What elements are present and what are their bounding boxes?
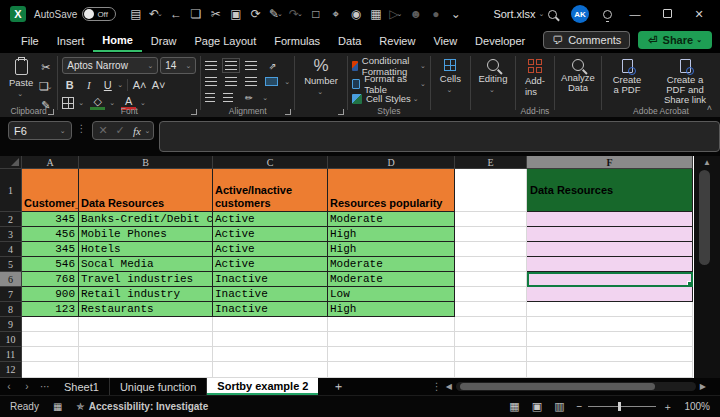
merge-center-icon[interactable] [265, 77, 278, 86]
tab-insert[interactable]: Insert [48, 31, 94, 51]
row-header-7[interactable]: 7 [0, 287, 22, 302]
cell-a3[interactable]: 456 [22, 227, 79, 242]
sync-icon[interactable]: ⟳ [246, 4, 265, 24]
select-cells-icon[interactable]: ▦ [366, 4, 385, 24]
cells-button[interactable]: Cells ⌄ [435, 57, 466, 96]
align-middle-icon[interactable] [225, 61, 237, 70]
cell-e6[interactable] [455, 272, 527, 287]
cell-e5[interactable] [455, 257, 527, 272]
cell-e1[interactable] [455, 169, 527, 212]
align-bottom-icon[interactable] [245, 61, 257, 70]
cell-a1[interactable]: Customer_ [22, 169, 79, 212]
cell-b5[interactable]: Socal Media [79, 257, 213, 272]
cell-d4[interactable]: High [328, 242, 455, 257]
increase-font-button[interactable]: A˄ [132, 77, 147, 92]
cell-f1[interactable]: Data Resources [527, 169, 693, 212]
minimize-button[interactable]: — [626, 8, 644, 20]
cell-styles-button[interactable]: Cell Styles ⌄ [352, 93, 419, 104]
macro-record-icon[interactable]: ▦ [53, 401, 62, 412]
vertical-scrollbar[interactable]: ▲ [694, 156, 720, 378]
wrap-text-icon[interactable]: ✏ [241, 90, 256, 105]
cell-e4[interactable] [455, 242, 527, 257]
zoom-out-button[interactable]: − [577, 401, 583, 412]
cell-d7[interactable]: Low [328, 287, 455, 302]
scroll-left-icon[interactable]: ◀ [446, 382, 452, 391]
format-painter-icon[interactable]: ✎⌄ [266, 4, 285, 24]
cell-c8[interactable]: Inactive [213, 302, 328, 317]
row-header-10[interactable]: 10 [0, 332, 22, 347]
underline-button[interactable]: U [100, 77, 115, 92]
decrease-font-button[interactable]: A˅ [151, 77, 166, 92]
collapse-ribbon-chevron[interactable]: ˄ [707, 103, 712, 113]
record-circle-icon[interactable]: ● [426, 4, 445, 24]
pin-icon[interactable]: ⌖ [326, 4, 345, 24]
undo-icon[interactable]: ↶⌄ [146, 4, 165, 24]
horizontal-scroll-track[interactable] [456, 382, 696, 391]
cell-d1[interactable]: Resources popularity [328, 169, 455, 212]
row-header-4[interactable]: 4 [0, 242, 22, 257]
analyze-data-button[interactable]: Analyze Data [556, 57, 600, 95]
cell-c6[interactable]: Inactive [213, 272, 328, 287]
format-as-table-button[interactable]: Format as Table ⌄ [352, 75, 426, 92]
cell-f7[interactable] [527, 287, 693, 302]
conditional-formatting-button[interactable]: Conditional Formatting ⌄ [352, 57, 426, 74]
row-header-11[interactable]: 11 [0, 347, 22, 362]
number-format-button[interactable]: % Number ⌄ [299, 57, 343, 98]
tab-developer[interactable]: Developer [466, 31, 534, 51]
copy-icon[interactable]: ❏ [186, 4, 205, 24]
page-layout-view-icon[interactable]: ▣ [532, 400, 542, 413]
cell-b3[interactable]: Mobile Phones [79, 227, 213, 242]
align-left-icon[interactable] [205, 77, 217, 86]
cell-e8[interactable] [455, 302, 527, 317]
autosave-control[interactable]: AutoSave Off [34, 7, 116, 21]
align-center-icon[interactable] [225, 77, 237, 86]
font-size-select[interactable]: 14 ⌄ [160, 57, 196, 74]
cell-d5[interactable]: Moderate [328, 257, 455, 272]
redo-icon[interactable]: ↷⌄ [286, 4, 305, 24]
sheet-tab-sheet1[interactable]: Sheet1 [54, 378, 110, 395]
cell-b1[interactable]: Data Resources [79, 169, 213, 212]
add-sheet-button[interactable]: ＋ [332, 378, 344, 395]
tab-draw[interactable]: Draw [142, 31, 186, 51]
new-file-icon[interactable]: □ [306, 4, 325, 24]
cell-f3[interactable] [527, 227, 693, 242]
cell-a5[interactable]: 546 [22, 257, 79, 272]
align-right-icon[interactable] [245, 77, 257, 86]
italic-button[interactable]: I [81, 77, 96, 92]
cell-d2[interactable]: Moderate [328, 212, 455, 227]
tab-formulas[interactable]: Formulas [265, 31, 329, 51]
save-icon[interactable]: ▤ [126, 4, 145, 24]
cell-f4[interactable] [527, 242, 693, 257]
scroll-right-icon[interactable]: ▶ [700, 382, 706, 391]
cell-c1[interactable]: Active/Inactive customers [213, 169, 328, 212]
tab-home[interactable]: Home [93, 30, 142, 52]
orientation-icon[interactable]: ⇗ [265, 58, 280, 73]
zoom-in-button[interactable]: ＋ [662, 400, 672, 414]
tab-review[interactable]: Review [370, 31, 424, 51]
sheet-tab-sortby-example-2[interactable]: Sortby example 2 [207, 378, 318, 395]
back-arrow-icon[interactable]: ← [166, 4, 185, 24]
row-header-9[interactable]: 9 [0, 317, 22, 332]
avatar[interactable]: AK [571, 5, 589, 23]
cell-a7[interactable]: 900 [22, 287, 79, 302]
play-macro-icon[interactable]: ▷⌄ [386, 4, 405, 24]
row-header-2[interactable]: 2 [0, 212, 22, 227]
zoom-level[interactable]: 100% [684, 401, 710, 412]
col-header-a[interactable]: A [22, 156, 79, 169]
cell-a8[interactable]: 123 [22, 302, 79, 317]
row-header-12[interactable]: 12 [0, 362, 22, 378]
cell-c2[interactable]: Active [213, 212, 328, 227]
tab-view[interactable]: View [424, 31, 466, 51]
number-dialog-launcher[interactable] [338, 109, 344, 115]
cell-b2[interactable]: Banks-Credit/Debit car [79, 212, 213, 227]
horizontal-scroll-thumb[interactable] [460, 383, 655, 390]
font-name-select[interactable]: Aptos Narrow ⌄ [62, 57, 158, 74]
cell-d6[interactable]: Moderate [328, 272, 455, 287]
zoom-track[interactable] [588, 406, 656, 407]
camera-icon[interactable]: ◉ [346, 4, 365, 24]
row-header-8[interactable]: 8 [0, 302, 22, 317]
bold-button[interactable]: B [62, 77, 77, 92]
cell-c7[interactable]: Inactive [213, 287, 328, 302]
col-header-d[interactable]: D [328, 156, 455, 169]
copy-button[interactable]: ❏⌄ [38, 79, 53, 94]
